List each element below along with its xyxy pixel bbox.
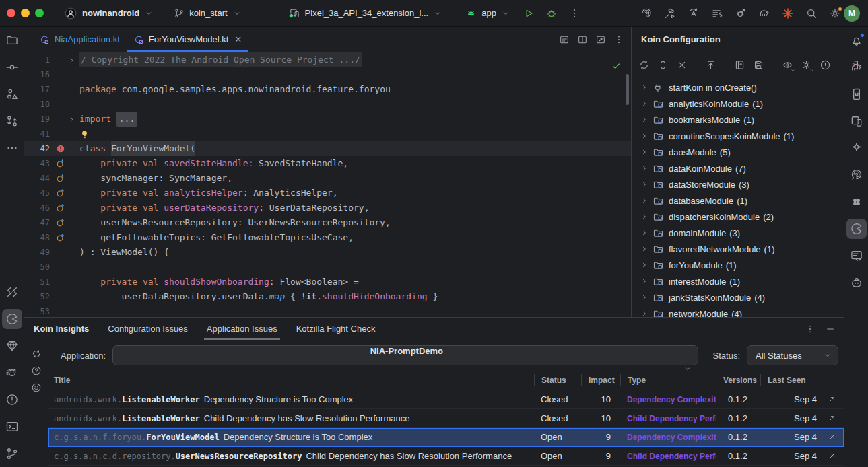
branch-selector[interactable]: koin_start bbox=[170, 5, 245, 22]
tool-stripe-item-build-tools[interactable] bbox=[0, 279, 24, 306]
line-number[interactable]: 46 bbox=[24, 201, 54, 215]
debug-button[interactable] bbox=[545, 7, 558, 20]
chevron-right-icon[interactable] bbox=[640, 293, 649, 302]
run-button[interactable] bbox=[523, 7, 535, 20]
profiler-button[interactable] bbox=[735, 7, 747, 20]
code-line[interactable]: 44 syncManager: SyncManager, bbox=[24, 171, 631, 186]
koin-spiral-button[interactable] bbox=[640, 7, 653, 20]
line-number[interactable]: 16 bbox=[24, 67, 54, 82]
minimize-panel-icon[interactable] bbox=[825, 324, 836, 334]
fold-chevron-icon[interactable] bbox=[67, 56, 76, 65]
external-link-icon[interactable] bbox=[827, 451, 837, 461]
chevron-right-icon[interactable] bbox=[640, 99, 649, 108]
line-number[interactable]: 49 bbox=[24, 245, 54, 260]
tool-stripe-item-app-quality-insights[interactable] bbox=[844, 188, 868, 215]
tool-stripe-item-project[interactable] bbox=[0, 27, 24, 54]
module-tree-item[interactable]: startKoin in onCreate() bbox=[632, 79, 844, 96]
chevron-right-icon[interactable] bbox=[640, 277, 649, 286]
tool-stripe-item-running-devices[interactable] bbox=[844, 108, 868, 135]
module-tree-item[interactable]: forYouModule(1) bbox=[632, 257, 844, 273]
editor-options-icon[interactable] bbox=[613, 34, 624, 45]
module-tree-item[interactable]: flavoredNetworkModule(1) bbox=[632, 241, 844, 257]
column-header-Impact[interactable]: Impact bbox=[581, 374, 620, 386]
line-number[interactable]: 42 bbox=[24, 141, 54, 156]
external-link-icon[interactable] bbox=[827, 432, 837, 442]
tool-stripe-item-layout-inspector[interactable] bbox=[844, 242, 868, 269]
line-number[interactable]: 18 bbox=[24, 97, 54, 112]
code-line[interactable]: 18 bbox=[24, 97, 631, 112]
collapse-all-button[interactable] bbox=[676, 59, 688, 71]
column-header-Title[interactable]: Title bbox=[48, 374, 534, 386]
line-number[interactable]: 47 bbox=[24, 215, 54, 230]
intention-bulb-icon[interactable] bbox=[79, 129, 90, 139]
build-button[interactable] bbox=[664, 7, 676, 20]
module-tree-item[interactable]: coroutineScopesKoinModule(1) bbox=[632, 128, 844, 144]
status-select[interactable]: All Statuses bbox=[747, 345, 838, 365]
feedback-icon[interactable] bbox=[31, 382, 42, 393]
split-editor-icon[interactable] bbox=[577, 34, 588, 45]
tool-stripe-item-logcat[interactable] bbox=[0, 359, 24, 386]
tool-stripe-item-structure[interactable] bbox=[0, 81, 24, 108]
code-line[interactable]: 47 userNewsResourceRepository: UserNewsR… bbox=[24, 215, 631, 230]
chevron-right-icon[interactable] bbox=[640, 147, 649, 157]
diagnostics-button[interactable] bbox=[820, 59, 831, 71]
tool-stripe-item-koin-assistant[interactable] bbox=[844, 161, 868, 188]
module-tree-item[interactable]: dataKoinModule(7) bbox=[632, 160, 844, 176]
module-tree-item[interactable]: bookmarksModule(1) bbox=[632, 112, 844, 128]
line-number[interactable]: 1 bbox=[24, 52, 54, 67]
code-line[interactable]: 53 bbox=[24, 304, 631, 317]
line-number[interactable]: 52 bbox=[24, 289, 54, 304]
settings-button[interactable] bbox=[829, 7, 841, 20]
line-number[interactable]: 51 bbox=[24, 275, 54, 289]
maximize-window-button[interactable] bbox=[35, 9, 44, 17]
line-number[interactable]: 19 bbox=[24, 112, 54, 127]
tool-stripe-item-gemini[interactable] bbox=[844, 135, 868, 161]
code-inspect-button[interactable] bbox=[688, 7, 700, 20]
koin-injection-gutter-icon[interactable] bbox=[56, 203, 65, 213]
tool-stripe-item-problems[interactable] bbox=[0, 386, 24, 413]
close-tab-icon[interactable]: ✕ bbox=[234, 34, 242, 44]
tool-stripe-item-koin-configuration[interactable] bbox=[844, 215, 868, 242]
inspections-ok-icon[interactable] bbox=[611, 61, 622, 71]
tool-stripe-item-notifications[interactable] bbox=[844, 27, 868, 54]
kotzilla-button[interactable] bbox=[782, 7, 794, 20]
editor-tab-ForYouViewModel.kt[interactable]: ForYouViewModel.kt✕ bbox=[127, 27, 248, 52]
line-number[interactable]: 17 bbox=[24, 82, 54, 97]
chevron-right-icon[interactable] bbox=[640, 131, 649, 141]
module-tree-item[interactable]: dispatchersKoinModule(2) bbox=[632, 209, 844, 225]
tool-stripe-item-koin-insights[interactable] bbox=[0, 306, 24, 332]
koin-injection-gutter-icon[interactable] bbox=[56, 159, 65, 168]
error-badge-icon[interactable] bbox=[56, 144, 65, 153]
todo-list-button[interactable] bbox=[711, 7, 723, 20]
tool-stripe-item-terminal[interactable] bbox=[0, 413, 24, 440]
chevron-right-icon[interactable] bbox=[640, 260, 649, 270]
line-number[interactable]: 44 bbox=[24, 171, 54, 186]
external-link-icon[interactable] bbox=[827, 394, 837, 404]
view-options-button[interactable] bbox=[782, 59, 793, 71]
code-line[interactable]: 42class ForYouViewModel( bbox=[24, 141, 631, 156]
line-number[interactable]: 41 bbox=[24, 127, 54, 141]
tool-stripe-item-device-manager[interactable] bbox=[844, 81, 868, 108]
detach-editor-icon[interactable] bbox=[595, 34, 606, 45]
module-tree-item[interactable]: jankStatsKoinModule(4) bbox=[632, 289, 844, 306]
run-configuration-selector[interactable]: app bbox=[464, 5, 512, 22]
module-tree-item[interactable]: dataStoreModule(3) bbox=[632, 176, 844, 192]
application-select[interactable]: NIA-PromptDemo com.google.samples.apps.n… bbox=[112, 345, 698, 365]
column-header-Status[interactable]: Status bbox=[534, 374, 581, 386]
chevron-right-icon[interactable] bbox=[640, 196, 649, 205]
line-number[interactable]: 45 bbox=[24, 186, 54, 201]
chevron-right-icon[interactable] bbox=[640, 180, 649, 189]
bottom-tab-Configuration Issues[interactable]: Configuration Issues bbox=[108, 318, 188, 340]
refresh-button[interactable] bbox=[638, 59, 650, 71]
tool-window-title[interactable]: Koin Insights bbox=[34, 324, 89, 334]
bottom-tab-Application Issues[interactable]: Application Issues bbox=[207, 318, 277, 340]
koin-injection-gutter-icon[interactable] bbox=[56, 188, 65, 198]
issue-row[interactable]: c.g.s.a.n.c.d.repository.UserNewsResourc… bbox=[48, 447, 844, 466]
panel-settings-button[interactable] bbox=[801, 59, 812, 71]
code-line[interactable]: 19import ... bbox=[24, 112, 631, 127]
help-icon[interactable] bbox=[31, 365, 42, 376]
chevron-right-icon[interactable] bbox=[640, 83, 649, 92]
column-header-actions[interactable] bbox=[820, 374, 844, 386]
bottom-tab-Kotzilla Flight Check[interactable]: Kotzilla Flight Check bbox=[296, 318, 376, 340]
code-line[interactable]: 50 bbox=[24, 260, 631, 275]
